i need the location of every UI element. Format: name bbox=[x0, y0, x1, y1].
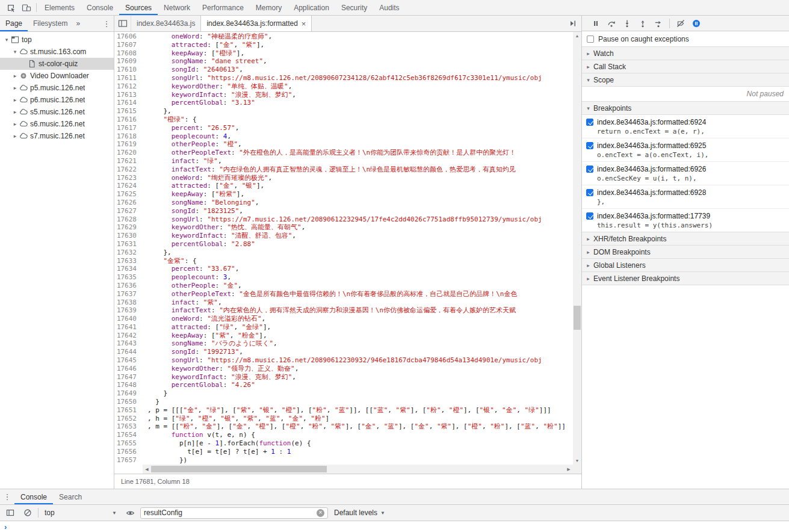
line-number[interactable]: 17606 bbox=[114, 32, 142, 41]
section-dom-breakpoints[interactable]: ▸ DOM Breakpoints bbox=[582, 246, 789, 259]
line-number[interactable]: 17622 bbox=[114, 165, 142, 174]
line-number[interactable]: 17618 bbox=[114, 132, 142, 141]
line-number[interactable]: 17631 bbox=[114, 240, 142, 249]
line-number[interactable]: 17632 bbox=[114, 249, 142, 257]
triangle-collapsed-icon[interactable]: ▸ bbox=[11, 133, 19, 139]
panel-tab-network[interactable]: Network bbox=[158, 0, 196, 15]
file-tab-index-js-formatted[interactable]: index.8e34463a.js:formatted × bbox=[201, 16, 312, 31]
line-number[interactable]: 17615 bbox=[114, 107, 142, 116]
section-global-listeners[interactable]: ▸ Global Listeners bbox=[582, 259, 789, 272]
line-number[interactable]: 17608 bbox=[114, 49, 142, 58]
tab-filesystem[interactable]: Filesystem bbox=[28, 16, 73, 31]
line-number[interactable]: 17649 bbox=[114, 389, 142, 398]
panel-tab-security[interactable]: Security bbox=[335, 0, 373, 15]
tree-item-top[interactable]: ▾top bbox=[0, 34, 114, 46]
line-number[interactable]: 17614 bbox=[114, 99, 142, 107]
line-number[interactable]: 17637 bbox=[114, 290, 142, 298]
pause-icon[interactable] bbox=[588, 16, 604, 31]
breakpoint-checkbox[interactable] bbox=[586, 212, 593, 220]
line-number[interactable]: 17647 bbox=[114, 373, 142, 382]
tree-item-s5-music-126-net[interactable]: ▸s5.music.126.net bbox=[0, 106, 114, 118]
line-number[interactable]: 17625 bbox=[114, 190, 142, 199]
line-number[interactable]: 17607 bbox=[114, 41, 142, 49]
section-call-stack[interactable]: ▸ Call Stack bbox=[582, 60, 789, 73]
line-number[interactable]: 17616 bbox=[114, 116, 142, 124]
toggle-debugger-sidebar-icon[interactable] bbox=[565, 16, 581, 31]
breakpoint-item[interactable]: index.8e34463a.js:formatted:6926o.encSec… bbox=[582, 162, 789, 185]
line-number[interactable]: 17627 bbox=[114, 207, 142, 215]
line-number[interactable]: 17630 bbox=[114, 232, 142, 240]
panel-tab-audits[interactable]: Audits bbox=[373, 0, 405, 15]
section-breakpoints[interactable]: ▾ Breakpoints bbox=[582, 102, 789, 115]
line-number[interactable]: 17624 bbox=[114, 182, 142, 190]
more-tabs-icon[interactable]: » bbox=[73, 16, 83, 31]
vertical-scrollbar[interactable]: ▲ ▼ bbox=[573, 32, 581, 465]
close-icon[interactable]: × bbox=[302, 20, 306, 28]
panel-tab-console[interactable]: Console bbox=[81, 0, 119, 15]
line-number[interactable]: 17653 bbox=[114, 422, 142, 431]
pause-on-caught-checkbox[interactable] bbox=[587, 36, 594, 43]
breakpoint-item[interactable]: index.8e34463a.js:formatted:17739this.re… bbox=[582, 209, 789, 232]
triangle-expanded-icon[interactable]: ▾ bbox=[11, 49, 19, 55]
console-sidebar-icon[interactable] bbox=[3, 506, 17, 520]
panel-tab-performance[interactable]: Performance bbox=[196, 0, 250, 15]
line-number[interactable]: 17644 bbox=[114, 348, 142, 356]
line-number[interactable]: 17642 bbox=[114, 332, 142, 340]
drawer-menu-icon[interactable]: ⋮ bbox=[0, 489, 14, 504]
line-number[interactable]: 17628 bbox=[114, 215, 142, 224]
step-icon[interactable] bbox=[651, 16, 666, 31]
clear-console-icon[interactable] bbox=[20, 506, 35, 520]
line-number[interactable]: 17652 bbox=[114, 415, 142, 423]
line-number[interactable]: 17613 bbox=[114, 91, 142, 99]
breakpoint-item[interactable]: index.8e34463a.js:formatted:6925o.encTex… bbox=[582, 138, 789, 162]
breakpoint-checkbox[interactable] bbox=[586, 119, 593, 126]
tab-page[interactable]: Page bbox=[0, 16, 28, 31]
line-number[interactable]: 17645 bbox=[114, 356, 142, 365]
triangle-expanded-icon[interactable]: ▾ bbox=[2, 37, 11, 43]
tree-item-s7-music-126-net[interactable]: ▸s7.music.126.net bbox=[0, 130, 114, 142]
line-number[interactable]: 17657 bbox=[114, 456, 142, 465]
panel-tab-elements[interactable]: Elements bbox=[39, 0, 81, 15]
line-number[interactable]: 17654 bbox=[114, 431, 142, 439]
section-xhr-fetch-breakpoints[interactable]: ▸ XHR/fetch Breakpoints bbox=[582, 232, 789, 246]
line-number[interactable]: 17623 bbox=[114, 174, 142, 182]
section-scope[interactable]: ▾ Scope bbox=[582, 73, 789, 87]
line-number[interactable]: 17651 bbox=[114, 406, 142, 415]
step-out-icon[interactable] bbox=[635, 16, 651, 31]
line-number[interactable]: 17621 bbox=[114, 157, 142, 165]
horizontal-scrollbar-thumb[interactable] bbox=[151, 466, 327, 472]
breakpoint-checkbox[interactable] bbox=[586, 142, 593, 149]
inspect-element-icon[interactable] bbox=[3, 1, 19, 15]
line-number[interactable]: 17648 bbox=[114, 381, 142, 389]
line-number[interactable]: 17609 bbox=[114, 57, 142, 66]
vertical-scrollbar-thumb[interactable] bbox=[574, 306, 581, 330]
triangle-collapsed-icon[interactable]: ▸ bbox=[11, 109, 19, 115]
scroll-left-icon[interactable]: ◀ bbox=[143, 465, 151, 474]
panel-tab-application[interactable]: Application bbox=[288, 0, 335, 15]
breakpoint-item[interactable]: index.8e34463a.js:formatted:6924return o… bbox=[582, 115, 789, 138]
section-watch[interactable]: ▸ Watch bbox=[582, 47, 789, 60]
line-number[interactable]: 17638 bbox=[114, 298, 142, 307]
tree-item-st-color-quiz[interactable]: st-color-quiz bbox=[0, 58, 114, 70]
line-number[interactable]: 17635 bbox=[114, 273, 142, 282]
device-toolbar-icon[interactable] bbox=[19, 1, 34, 15]
breakpoint-checkbox[interactable] bbox=[586, 189, 593, 196]
tab-console[interactable]: Console bbox=[14, 489, 53, 504]
log-levels-select[interactable]: Default levels ▼ bbox=[331, 509, 388, 517]
line-number[interactable]: 17611 bbox=[114, 74, 142, 82]
tab-search[interactable]: Search bbox=[53, 489, 88, 504]
tree-item-p5-music-126-net[interactable]: ▸p5.music.126.net bbox=[0, 82, 114, 94]
navigator-menu-icon[interactable]: ⋮ bbox=[99, 16, 114, 31]
line-number[interactable]: 17640 bbox=[114, 315, 142, 323]
tree-item-p6-music-126-net[interactable]: ▸p6.music.126.net bbox=[0, 94, 114, 106]
line-number[interactable]: 17639 bbox=[114, 306, 142, 315]
tree-item-s6-music-126-net[interactable]: ▸s6.music.126.net bbox=[0, 118, 114, 130]
triangle-collapsed-icon[interactable]: ▸ bbox=[11, 85, 19, 91]
pause-on-caught-row[interactable]: Pause on caught exceptions bbox=[582, 31, 789, 47]
deactivate-breakpoints-icon[interactable] bbox=[673, 16, 688, 31]
line-number[interactable]: 17612 bbox=[114, 82, 142, 91]
tree-item-video-downloader[interactable]: ▸Video Downloader bbox=[0, 70, 114, 82]
scroll-down-icon[interactable]: ▼ bbox=[573, 457, 581, 465]
line-number[interactable]: 17656 bbox=[114, 448, 142, 456]
line-number[interactable]: 17650 bbox=[114, 398, 142, 406]
